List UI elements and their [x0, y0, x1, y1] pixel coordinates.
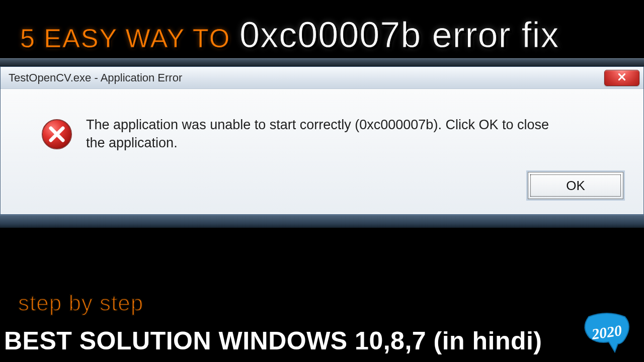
close-icon — [617, 71, 626, 84]
close-button[interactable] — [604, 70, 639, 86]
dialog-titlebar: TestOpenCV.exe - Application Error — [1, 67, 643, 89]
window-frame-top — [0, 58, 644, 66]
footer-bar: BEST SOLUTION WINDOWS 10,8,7 (in hindi) — [0, 320, 644, 362]
step-caption: step by step — [18, 291, 143, 316]
dialog-body: The application was unable to start corr… — [1, 89, 643, 172]
footer-text: BEST SOLUTION WINDOWS 10,8,7 (in hindi) — [4, 326, 542, 355]
dialog-message: The application was unable to start corr… — [86, 116, 559, 152]
error-icon — [41, 118, 73, 150]
window-frame-bottom — [0, 215, 644, 228]
ok-button[interactable]: OK — [528, 172, 623, 199]
dialog-button-row: OK — [1, 172, 643, 214]
year-badge: 2020 — [583, 313, 631, 354]
headline-main: 0xc00007b error fix — [239, 14, 559, 55]
thumbnail-headline: 5 EASY WAY TO 0xc00007b error fix — [20, 14, 634, 55]
headline-lead: 5 EASY WAY TO — [20, 23, 230, 53]
dialog-title: TestOpenCV.exe - Application Error — [9, 71, 604, 84]
error-dialog: TestOpenCV.exe - Application Error — [0, 66, 644, 215]
